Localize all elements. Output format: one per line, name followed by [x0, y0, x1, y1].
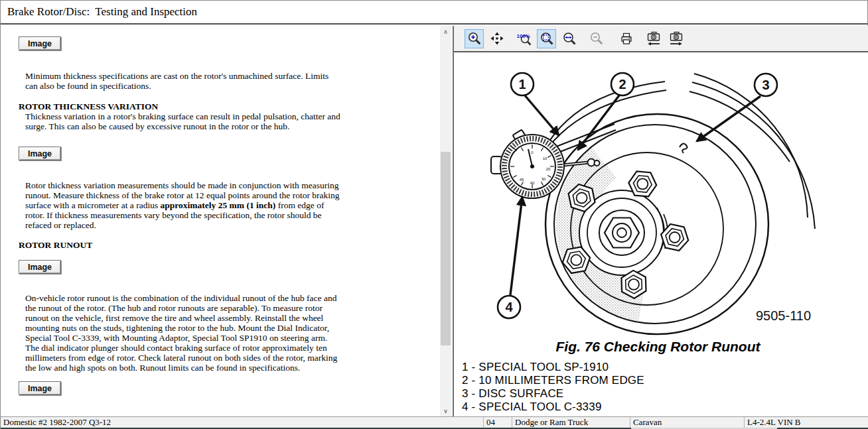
zoom-100-label: 100% — [516, 33, 530, 39]
vertical-scrollbar[interactable]: ∧ ∨ — [440, 26, 451, 416]
image-button-2[interactable]: Image — [19, 147, 61, 160]
magnifier-minus-icon — [589, 31, 604, 46]
previous-image-button[interactable] — [644, 29, 663, 48]
heading-rotor-runout: ROTOR RUNOUT — [19, 240, 439, 250]
figure-viewport[interactable]: 0 10 20 30 40 45 — [454, 54, 868, 416]
legend-item-3: 3 - DISC SURFACE — [462, 387, 644, 400]
callout-1: 1 — [518, 77, 526, 92]
legend-item-2: 2 - 10 MILLIMETERS FROM EDGE — [462, 374, 644, 387]
status-coverage: Domestic #2 1982-2007 Q3-12 — [1, 417, 483, 428]
paragraph-min-thickness: Minimum thickness specifications are cas… — [25, 71, 342, 91]
image-button-3[interactable]: Image — [19, 260, 61, 274]
page-title: Brake Rotor/Disc: Testing and Inspection — [7, 5, 197, 19]
camera-left-arrow-icon — [646, 31, 662, 46]
image-button-4[interactable]: Image — [19, 381, 61, 395]
svg-text:30: 30 — [542, 177, 546, 181]
print-button[interactable] — [616, 29, 636, 48]
status-vehicle-make: Dodge or Ram Truck — [512, 417, 630, 428]
drawing-number: 9505-110 — [756, 308, 811, 323]
move-arrows-icon — [490, 31, 504, 46]
fit-window-button[interactable] — [537, 29, 556, 48]
paragraph-thickness-variation: Thickness variation in a rotor's braking… — [25, 111, 342, 131]
figure-caption: Fig. 76 Checking Rotor Runout — [454, 339, 862, 355]
printer-icon — [619, 31, 634, 46]
pan-button[interactable] — [487, 29, 506, 48]
image-toolbar: 100% — [454, 26, 868, 52]
callout-2: 2 — [618, 77, 626, 92]
status-vehicle-model: Caravan — [630, 417, 744, 428]
rotor-runout-diagram: 0 10 20 30 40 45 — [458, 55, 865, 337]
magnifier-width-icon — [562, 31, 577, 46]
callout-3: 3 — [762, 78, 769, 92]
image-button-1[interactable]: Image — [19, 36, 61, 50]
svg-text:40: 40 — [530, 181, 535, 185]
legend-item-1: 1 - SPECIAL TOOL SP-1910 — [462, 361, 644, 374]
scroll-down-button[interactable]: ∨ — [440, 405, 451, 416]
zoom-out-button — [587, 29, 606, 48]
callout-4: 4 — [505, 300, 513, 314]
image-viewer-panel: 100% — [453, 26, 868, 416]
paragraph-on-vehicle-runout: On-vehicle rotor runout is the combinati… — [25, 293, 342, 373]
magnifier-100-icon: 100% — [516, 31, 532, 46]
main-area: Image Minimum thickness specifications a… — [1, 26, 868, 416]
heading-rotor-thickness-variation: ROTOR THICKNESS VARIATION — [19, 101, 439, 111]
svg-text:10: 10 — [543, 156, 547, 160]
magnifier-fit-icon — [540, 31, 554, 46]
paragraph-measurement: Rotor thickness variation measurements s… — [25, 180, 342, 230]
article-content: Image Minimum thickness specifications a… — [1, 26, 439, 416]
zoom-in-button[interactable] — [465, 29, 484, 48]
fit-width-button[interactable] — [559, 29, 579, 48]
status-bar: Domestic #2 1982-2007 Q3-12 04 Dodge or … — [1, 416, 868, 428]
svg-text:45: 45 — [520, 178, 524, 182]
title-bar: Brake Rotor/Disc: Testing and Inspection — [1, 1, 867, 25]
zoom-100-button[interactable]: 100% — [514, 29, 534, 48]
magnifier-plus-icon — [467, 31, 482, 46]
scrollbar-thumb[interactable] — [441, 152, 451, 345]
svg-text:20: 20 — [546, 167, 551, 171]
camera-right-arrow-icon — [668, 31, 684, 46]
article-panel: Image Minimum thickness specifications a… — [1, 26, 453, 416]
service-manual-window: Brake Rotor/Disc: Testing and Inspection… — [0, 0, 868, 429]
chevron-down-icon: ∨ — [443, 408, 448, 414]
chevron-up-icon: ∧ — [443, 29, 448, 35]
body-text-bold-segment: approximately 25 mm (1 inch) — [161, 200, 276, 210]
status-vehicle-year: 04 — [483, 417, 512, 428]
next-image-button[interactable] — [666, 29, 686, 48]
scroll-up-button[interactable]: ∧ — [440, 26, 451, 37]
status-vehicle-engine: L4-2.4L VIN B — [744, 417, 868, 428]
figure-legend: 1 - SPECIAL TOOL SP-1910 2 - 10 MILLIMET… — [462, 361, 644, 414]
legend-item-4: 4 - SPECIAL TOOL C-3339 — [462, 400, 644, 414]
